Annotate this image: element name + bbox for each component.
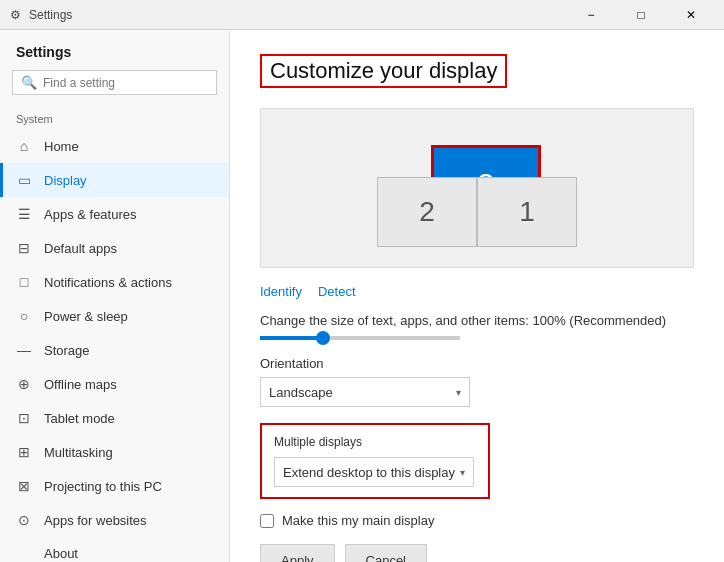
slider-container <box>260 336 694 340</box>
sidebar-item-about-label: About <box>44 546 78 561</box>
sidebar-section-label: System <box>0 107 229 129</box>
power-sleep-icon: ○ <box>16 308 32 324</box>
search-icon: 🔍 <box>21 75 37 90</box>
main-display-label: Make this my main display <box>282 513 434 528</box>
monitor-1[interactable]: 1 <box>477 177 577 247</box>
projecting-icon: ⊠ <box>16 478 32 494</box>
sidebar-item-multitasking[interactable]: ⊞ Multitasking <box>0 435 229 469</box>
orientation-value: Landscape <box>269 385 333 400</box>
tablet-mode-icon: ⊡ <box>16 410 32 426</box>
apply-button[interactable]: Apply <box>260 544 335 562</box>
display-area: 3 2 1 <box>260 108 694 268</box>
sidebar-item-display[interactable]: ▭ Display <box>0 163 229 197</box>
sidebar-item-storage-label: Storage <box>44 343 90 358</box>
text-size-slider[interactable] <box>260 336 460 340</box>
default-apps-icon: ⊟ <box>16 240 32 256</box>
sidebar-item-notifications[interactable]: □ Notifications & actions <box>0 265 229 299</box>
offline-maps-icon: ⊕ <box>16 376 32 392</box>
sidebar-item-apps-websites[interactable]: ⊙ Apps for websites <box>0 503 229 537</box>
sidebar-item-about[interactable]: About <box>0 537 229 562</box>
sidebar-item-display-label: Display <box>44 173 87 188</box>
sidebar-item-offline-maps[interactable]: ⊕ Offline maps <box>0 367 229 401</box>
title-bar-controls: − □ ✕ <box>568 0 714 30</box>
identify-button[interactable]: Identify <box>260 284 302 299</box>
home-icon: ⌂ <box>16 138 32 154</box>
apps-features-icon: ☰ <box>16 206 32 222</box>
sidebar-item-default-apps-label: Default apps <box>44 241 117 256</box>
links-row: Identify Detect <box>260 284 694 299</box>
title-bar-left: ⚙ Settings <box>10 8 72 22</box>
sidebar-item-apps-websites-label: Apps for websites <box>44 513 147 528</box>
sidebar-item-apps-features-label: Apps & features <box>44 207 137 222</box>
monitor-2[interactable]: 2 <box>377 177 477 247</box>
app-title: Settings <box>29 8 72 22</box>
storage-icon: — <box>16 342 32 358</box>
search-input[interactable] <box>43 76 208 90</box>
multiple-displays-chevron: ▾ <box>460 467 465 478</box>
sidebar-item-notifications-label: Notifications & actions <box>44 275 172 290</box>
sidebar-item-projecting[interactable]: ⊠ Projecting to this PC <box>0 469 229 503</box>
sidebar-item-power-sleep-label: Power & sleep <box>44 309 128 324</box>
sidebar-item-home-label: Home <box>44 139 79 154</box>
main-content: Customize your display 3 2 1 Identify De… <box>230 30 724 562</box>
orientation-label: Orientation <box>260 356 694 371</box>
orientation-chevron: ▾ <box>456 387 461 398</box>
main-display-checkbox[interactable] <box>260 514 274 528</box>
multiple-displays-label: Multiple displays <box>274 435 476 449</box>
main-display-row: Make this my main display <box>260 513 694 528</box>
page-title: Customize your display <box>260 54 507 88</box>
sidebar-item-tablet-mode-label: Tablet mode <box>44 411 115 426</box>
sidebar-item-tablet-mode[interactable]: ⊡ Tablet mode <box>0 401 229 435</box>
minimize-button[interactable]: − <box>568 0 614 30</box>
title-bar: ⚙ Settings − □ ✕ <box>0 0 724 30</box>
multitasking-icon: ⊞ <box>16 444 32 460</box>
sidebar-item-apps-features[interactable]: ☰ Apps & features <box>0 197 229 231</box>
sidebar-item-offline-maps-label: Offline maps <box>44 377 117 392</box>
sidebar-item-default-apps[interactable]: ⊟ Default apps <box>0 231 229 265</box>
apps-websites-icon: ⊙ <box>16 512 32 528</box>
sidebar-item-power-sleep[interactable]: ○ Power & sleep <box>0 299 229 333</box>
cancel-button[interactable]: Cancel <box>345 544 427 562</box>
text-size-label: Change the size of text, apps, and other… <box>260 313 694 328</box>
orientation-dropdown[interactable]: Landscape ▾ <box>260 377 470 407</box>
multiple-displays-box: Multiple displays Extend desktop to this… <box>260 423 490 499</box>
detect-button[interactable]: Detect <box>318 284 356 299</box>
sidebar: Settings 🔍 System ⌂ Home ▭ Display ☰ App… <box>0 30 230 562</box>
multiple-displays-value: Extend desktop to this display <box>283 465 455 480</box>
notifications-icon: □ <box>16 274 32 290</box>
sidebar-item-storage[interactable]: — Storage <box>0 333 229 367</box>
multiple-displays-dropdown[interactable]: Extend desktop to this display ▾ <box>274 457 474 487</box>
monitors-row: 2 1 <box>377 177 577 247</box>
app-body: Settings 🔍 System ⌂ Home ▭ Display ☰ App… <box>0 30 724 562</box>
buttons-row: Apply Cancel <box>260 544 694 562</box>
sidebar-item-multitasking-label: Multitasking <box>44 445 113 460</box>
settings-icon: ⚙ <box>10 8 21 22</box>
sidebar-item-home[interactable]: ⌂ Home <box>0 129 229 163</box>
sidebar-item-projecting-label: Projecting to this PC <box>44 479 162 494</box>
sidebar-search[interactable]: 🔍 <box>12 70 217 95</box>
display-icon: ▭ <box>16 172 32 188</box>
maximize-button[interactable]: □ <box>618 0 664 30</box>
sidebar-header: Settings <box>0 30 229 70</box>
close-button[interactable]: ✕ <box>668 0 714 30</box>
